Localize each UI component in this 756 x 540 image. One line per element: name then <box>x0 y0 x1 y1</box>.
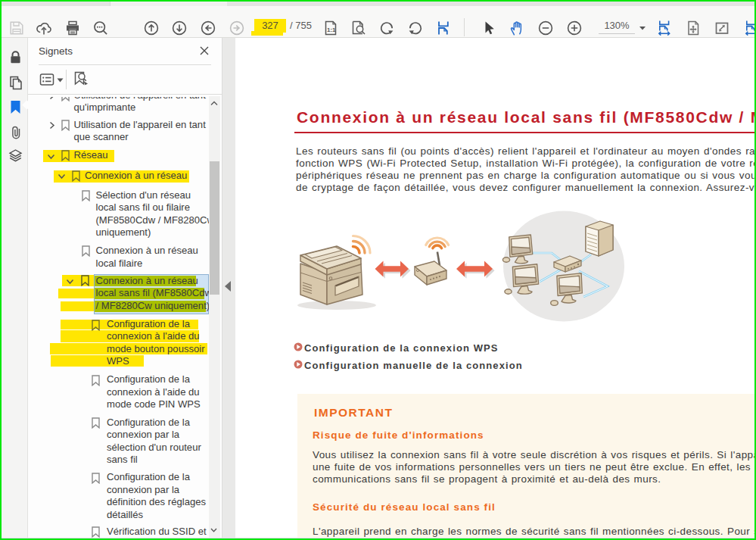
svg-text:1:1: 1:1 <box>327 27 336 33</box>
